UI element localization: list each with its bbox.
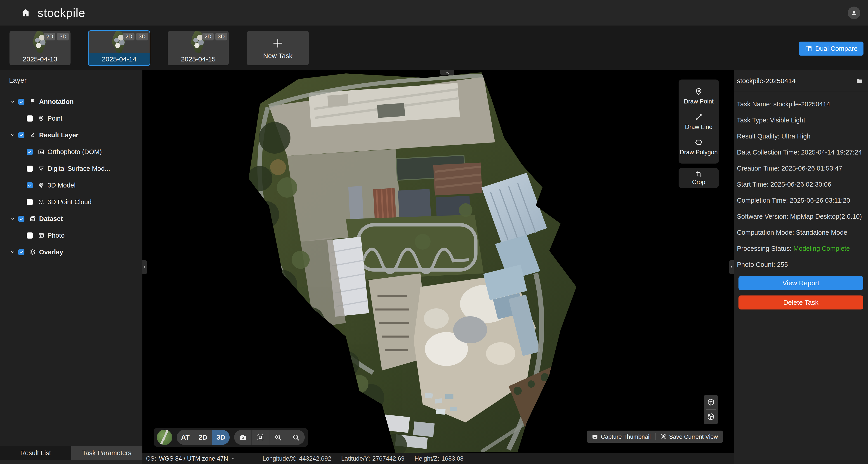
task-field-processing-status: Processing Status: Modeling Complete bbox=[737, 244, 864, 253]
task-field-computation-mode: Computation Mode: Standalone Mode bbox=[737, 228, 864, 237]
badge-2d: 2D bbox=[44, 33, 56, 40]
dual-compare-button[interactable]: Dual Compare bbox=[799, 41, 864, 56]
layers-icon bbox=[29, 249, 36, 256]
layer-checkbox[interactable] bbox=[27, 166, 33, 172]
fit-view-button[interactable] bbox=[252, 430, 270, 445]
layer-row-result-layer[interactable]: Result Layer bbox=[0, 127, 143, 143]
task-thumbnail: 2D3D bbox=[9, 31, 70, 53]
line-icon bbox=[694, 113, 703, 121]
task-card[interactable]: 2D3D 2025-04-14 bbox=[89, 31, 150, 65]
layer-checkbox[interactable] bbox=[27, 149, 33, 155]
photos-icon bbox=[29, 215, 36, 222]
task-date-label: 2025-04-13 bbox=[9, 53, 70, 65]
tab-result-list[interactable]: Result List bbox=[0, 446, 71, 460]
layer-panel-title: Layer bbox=[9, 76, 27, 85]
layer-label: Orthophoto (DOM) bbox=[48, 148, 102, 156]
layer-checkbox[interactable] bbox=[18, 216, 24, 222]
task-thumbnail: 2D3D bbox=[168, 31, 229, 53]
layer-checkbox[interactable] bbox=[27, 115, 33, 122]
app-root: stockpile 2D3D 2025-04-13 2D3D 2025-04-1… bbox=[0, 0, 868, 464]
view-mode-2d[interactable]: 2D bbox=[194, 430, 212, 445]
task-card[interactable]: 2D3D 2025-04-13 bbox=[9, 31, 70, 65]
chevron-down-icon[interactable] bbox=[10, 99, 18, 104]
view-mode-at[interactable]: AT bbox=[177, 430, 194, 445]
layer-row-photo[interactable]: Photo bbox=[0, 227, 143, 244]
layer-checkbox[interactable] bbox=[27, 199, 33, 205]
capture-thumbnail-button[interactable]: Capture Thumbnail bbox=[592, 433, 651, 440]
layer-row-overlay[interactable]: Overlay bbox=[0, 244, 143, 261]
open-folder-button[interactable] bbox=[856, 77, 863, 85]
layer-row-orthophoto-dom[interactable]: Orthophoto (DOM) bbox=[0, 143, 143, 160]
cs-value: WGS 84 / UTM zone 47N bbox=[159, 455, 228, 462]
draw-line-button[interactable]: Draw Line bbox=[685, 113, 712, 131]
coordinate-system-select[interactable]: CS: WGS 84 / UTM zone 47N bbox=[146, 455, 235, 462]
capture-save-toolbar: Capture Thumbnail Save Current View bbox=[587, 431, 723, 443]
collapse-right-panel-button[interactable] bbox=[729, 260, 734, 274]
triangle-icon bbox=[38, 165, 44, 172]
home-button[interactable] bbox=[20, 7, 32, 19]
view-orientation-switch bbox=[704, 395, 718, 424]
tab-task-parameters[interactable]: Task Parameters bbox=[71, 446, 143, 460]
map-action-group bbox=[234, 430, 305, 445]
capture-thumbnail-label: Capture Thumbnail bbox=[601, 433, 651, 440]
layer-label: Photo bbox=[48, 232, 65, 239]
crop-button[interactable]: Crop bbox=[679, 168, 719, 188]
chevron-down-icon[interactable] bbox=[10, 132, 18, 138]
save-current-view-label: Save Current View bbox=[669, 433, 718, 440]
view-report-button[interactable]: View Report bbox=[739, 276, 863, 290]
cs-label: CS: bbox=[146, 455, 156, 462]
orthophoto-map bbox=[143, 70, 734, 453]
collapse-task-strip-button[interactable] bbox=[440, 70, 454, 75]
perspective-view-button[interactable] bbox=[704, 395, 718, 409]
zoom-in-button[interactable] bbox=[270, 430, 287, 445]
chevron-up-icon bbox=[445, 70, 450, 75]
basemap-thumbnail-button[interactable] bbox=[157, 430, 172, 445]
layer-label: Overlay bbox=[39, 248, 63, 256]
crop-icon bbox=[695, 171, 702, 178]
crystal-icon bbox=[38, 182, 44, 189]
zoom-out-button[interactable] bbox=[287, 430, 305, 445]
layer-checkbox[interactable] bbox=[27, 232, 33, 238]
zoom-out-icon bbox=[292, 433, 300, 441]
save-current-view-button[interactable]: Save Current View bbox=[660, 433, 718, 440]
task-date-label: 2025-04-14 bbox=[89, 53, 150, 65]
chevron-left-icon bbox=[143, 265, 147, 269]
task-field-task-type: Task Type: Visible Light bbox=[737, 115, 864, 125]
badge-3d: 3D bbox=[136, 33, 148, 40]
layer-label: Result Layer bbox=[39, 131, 79, 139]
dual-compare-icon bbox=[805, 45, 812, 52]
badge-2d: 2D bbox=[202, 33, 214, 40]
draw-polygon-button[interactable]: Draw Polygon bbox=[680, 138, 718, 156]
screenshot-button[interactable] bbox=[234, 430, 252, 445]
task-date-label: 2025-04-15 bbox=[168, 53, 229, 65]
layer-row-dataset[interactable]: Dataset bbox=[0, 210, 143, 227]
camera-icon bbox=[239, 433, 247, 441]
user-avatar-button[interactable] bbox=[848, 6, 860, 19]
layer-tree: Annotation Point Result Layer Orthophoto… bbox=[0, 93, 143, 261]
ortho-view-button[interactable] bbox=[704, 409, 718, 424]
draw-point-button[interactable]: Draw Point bbox=[684, 87, 714, 105]
task-panel-title: stockpile-20250414 bbox=[737, 77, 796, 85]
layer-row-digital-surface-mod[interactable]: Digital Surface Mod... bbox=[0, 160, 143, 177]
photo-icon bbox=[38, 232, 44, 239]
layer-checkbox[interactable] bbox=[18, 132, 24, 138]
delete-task-button[interactable]: Delete Task bbox=[739, 296, 863, 309]
task-field-photo-count: Photo Count: 255 bbox=[737, 260, 864, 269]
layer-checkbox[interactable] bbox=[27, 182, 33, 189]
layer-checkbox[interactable] bbox=[18, 99, 24, 105]
layer-row-point[interactable]: Point bbox=[0, 110, 143, 127]
chevron-down-icon[interactable] bbox=[10, 250, 18, 255]
task-card[interactable]: 2D3D 2025-04-15 bbox=[168, 31, 229, 65]
new-task-button[interactable]: New Task bbox=[247, 31, 309, 65]
view-mode-3d[interactable]: 3D bbox=[212, 430, 230, 445]
map-viewport[interactable]: Draw Point Draw Line Draw Polygon Crop A… bbox=[143, 70, 734, 453]
collapse-left-panel-button[interactable] bbox=[143, 260, 147, 274]
task-field-creation-time: Creation Time: 2025-06-26 01:53:47 bbox=[737, 164, 864, 173]
layer-row-annotation[interactable]: Annotation bbox=[0, 93, 143, 110]
folder-icon bbox=[856, 77, 863, 85]
layer-checkbox[interactable] bbox=[18, 249, 24, 255]
sidebar-foot-strip bbox=[0, 460, 143, 464]
chevron-down-icon[interactable] bbox=[10, 216, 18, 221]
layer-row-3d-point-cloud[interactable]: 3D Point Cloud bbox=[0, 194, 143, 210]
layer-row-3d-model[interactable]: 3D Model bbox=[0, 177, 143, 194]
